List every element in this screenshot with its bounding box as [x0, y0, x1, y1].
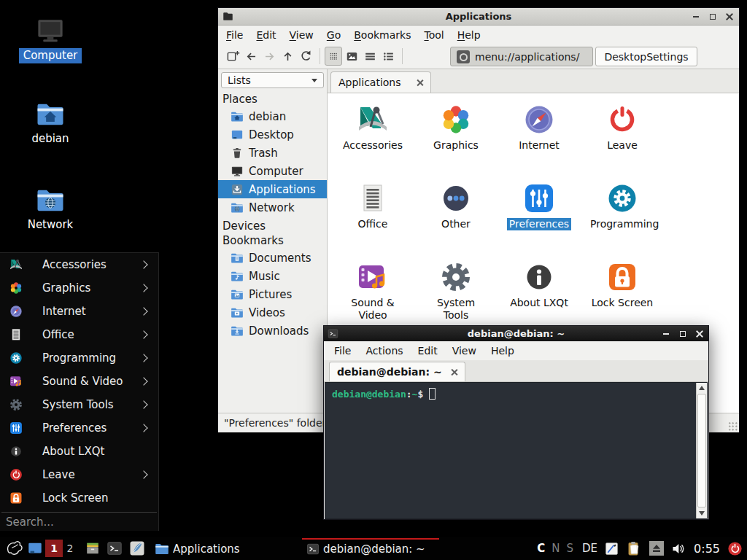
- main-menu-button[interactable]: [3, 539, 25, 558]
- menu-item-office[interactable]: Office: [0, 323, 158, 346]
- scrollbar-handle[interactable]: [697, 394, 706, 508]
- menu-view[interactable]: View: [283, 29, 320, 41]
- terminal-launcher[interactable]: [104, 540, 125, 556]
- thumbnail-view-button[interactable]: [343, 47, 360, 66]
- terminal-titlebar[interactable]: debian@debian: ~: [324, 326, 708, 341]
- folder-item-preferences[interactable]: Preferences: [498, 181, 581, 260]
- sidebar-item-documents[interactable]: Documents: [218, 249, 327, 267]
- icon-view-button[interactable]: [325, 47, 342, 66]
- minimize-button[interactable]: [691, 12, 701, 22]
- submenu-arrow-icon: [139, 400, 147, 408]
- menu-item-about-lxqt[interactable]: About LXQt: [0, 440, 158, 463]
- sidebar-item-computer[interactable]: Computer: [218, 162, 327, 180]
- close-button[interactable]: [724, 12, 735, 22]
- menu-tool[interactable]: Tool: [417, 29, 450, 41]
- path-crumb-location[interactable]: menu://applications/: [450, 47, 593, 66]
- desktop-icon-network[interactable]: Network: [9, 186, 91, 233]
- removable-media-icon[interactable]: [649, 541, 664, 556]
- folder-item-office[interactable]: Office: [331, 181, 414, 260]
- menu-item-graphics[interactable]: Graphics: [0, 276, 158, 300]
- menu-search-input[interactable]: Search...: [0, 513, 158, 532]
- minimize-button[interactable]: [661, 329, 671, 339]
- file-manager-titlebar[interactable]: Applications: [218, 8, 739, 26]
- menu-item-preferences[interactable]: Preferences: [0, 416, 158, 440]
- sidebar-item-desktop[interactable]: Desktop: [218, 125, 327, 144]
- menu-item-sound-video[interactable]: Sound & Video: [0, 370, 158, 393]
- detailed-view-button[interactable]: [379, 47, 397, 66]
- sidebar-item-applications[interactable]: Applications: [218, 180, 327, 198]
- menu-actions[interactable]: Actions: [358, 345, 410, 357]
- screenshot-tray-icon[interactable]: [604, 541, 619, 556]
- volume-icon[interactable]: [670, 541, 686, 556]
- clock[interactable]: 0:55: [694, 542, 720, 556]
- menu-edit[interactable]: Edit: [411, 345, 445, 357]
- scroll-up-icon[interactable]: [697, 383, 707, 393]
- featherpad-launcher[interactable]: [125, 540, 149, 557]
- folder-item-graphics[interactable]: Graphics: [414, 102, 498, 181]
- archive-launcher[interactable]: [82, 540, 104, 556]
- forward-button[interactable]: [260, 47, 278, 66]
- menu-item-programming[interactable]: Programming: [0, 346, 158, 370]
- menu-file[interactable]: File: [327, 345, 358, 357]
- compact-view-button[interactable]: [361, 47, 379, 66]
- scroll-down-icon[interactable]: [697, 508, 707, 518]
- thumbnail-view-icon: [345, 50, 359, 63]
- sidebar-item-videos[interactable]: Videos: [218, 303, 327, 322]
- menu-view[interactable]: View: [445, 345, 484, 357]
- detailed-view-icon: [382, 50, 395, 63]
- internet-icon: [522, 102, 557, 137]
- desktop-icon-debian[interactable]: debian: [9, 100, 91, 147]
- menu-edit[interactable]: Edit: [249, 29, 282, 41]
- terminal-tab[interactable]: debian@debian: ~: [329, 362, 465, 381]
- menu-help[interactable]: Help: [451, 29, 487, 41]
- workspace-2-button[interactable]: 2: [63, 540, 77, 557]
- resize-grip[interactable]: [728, 421, 738, 431]
- menu-file[interactable]: File: [220, 29, 249, 41]
- task-applications[interactable]: Applications: [150, 538, 295, 559]
- reload-button[interactable]: [297, 47, 314, 66]
- tab-applications[interactable]: Applications: [330, 71, 431, 93]
- menu-item-accessories[interactable]: Accessories: [0, 253, 158, 276]
- menu-item-internet[interactable]: Internet: [0, 300, 158, 323]
- menu-help[interactable]: Help: [484, 345, 522, 357]
- lxqt-logo-icon: [4, 539, 23, 558]
- menu-item-leave[interactable]: Leave: [0, 463, 158, 486]
- menu-item-lock-screen[interactable]: Lock Screen: [0, 486, 158, 510]
- folder-item-other[interactable]: Other: [414, 181, 498, 260]
- folder-item-accessories[interactable]: Accessories: [331, 102, 414, 181]
- sidebar-item-pictures[interactable]: Pictures: [218, 285, 327, 303]
- chevron-down-icon: [311, 79, 317, 82]
- sidebar-view-selector[interactable]: Lists: [221, 72, 324, 88]
- path-crumb-desktopsettings[interactable]: DesktopSettings: [595, 47, 697, 66]
- menu-go[interactable]: Go: [320, 29, 347, 41]
- back-button[interactable]: [242, 47, 260, 66]
- sidebar-item-downloads[interactable]: Downloads: [218, 322, 327, 340]
- toolbar-separator: [402, 48, 403, 64]
- forward-icon: [263, 50, 276, 63]
- terminal-console[interactable]: debian@debian:~$: [325, 382, 708, 519]
- maximize-button[interactable]: [678, 329, 688, 339]
- power-button-icon[interactable]: [727, 540, 743, 557]
- sidebar-item-music[interactable]: Music: [218, 267, 327, 285]
- sidebar-item-debian[interactable]: debian: [218, 107, 327, 125]
- new-tab-button[interactable]: [224, 47, 241, 66]
- maximize-button[interactable]: [708, 12, 718, 22]
- tab-close-icon[interactable]: [417, 79, 423, 86]
- sidebar-item-network[interactable]: Network: [218, 198, 327, 217]
- show-desktop-button[interactable]: [25, 540, 45, 556]
- close-button[interactable]: [694, 329, 705, 339]
- workspace-1-button[interactable]: 1: [45, 540, 63, 557]
- sidebar-item-trash[interactable]: Trash: [218, 144, 327, 162]
- folder-item-leave[interactable]: Leave: [581, 102, 664, 181]
- tab-close-icon[interactable]: [451, 369, 457, 376]
- folder-item-internet[interactable]: Internet: [498, 102, 581, 181]
- up-button[interactable]: [279, 47, 296, 66]
- folder-item-programming[interactable]: Programming: [581, 181, 664, 260]
- desktop-icon-computer[interactable]: Computer: [9, 15, 91, 63]
- menu-item-system-tools[interactable]: System Tools: [0, 393, 158, 416]
- terminal-scrollbar[interactable]: [696, 383, 707, 518]
- keyboard-layout[interactable]: DE: [582, 542, 597, 555]
- task-terminal[interactable]: debian@debian: ~: [302, 538, 439, 559]
- clipboard-tray-icon[interactable]: [626, 540, 643, 557]
- menu-bookmarks[interactable]: Bookmarks: [347, 29, 417, 41]
